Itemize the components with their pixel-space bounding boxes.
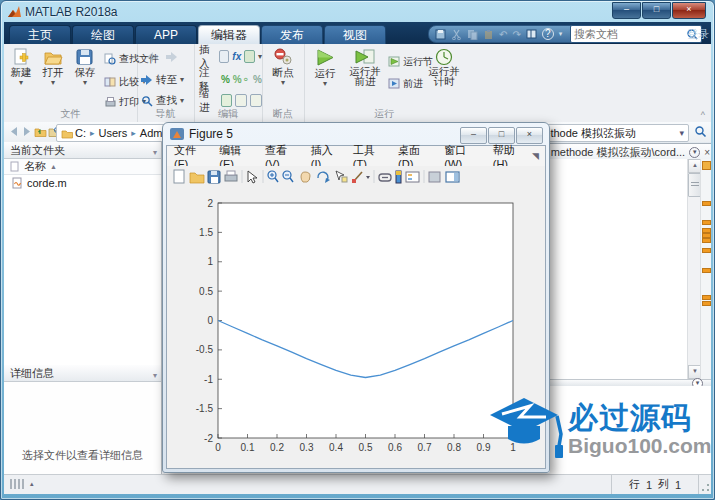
- hide-plottools-icon[interactable]: [429, 172, 440, 182]
- back-icon[interactable]: [147, 52, 159, 62]
- ribbon-tab-视图[interactable]: 视图: [324, 25, 386, 45]
- ribbon-tab-发布[interactable]: 发布: [261, 25, 323, 45]
- figure-dock-icon[interactable]: ◥: [532, 151, 545, 161]
- analyzer-warning-mark[interactable]: [702, 301, 711, 306]
- run-button[interactable]: 运行▾: [308, 48, 342, 87]
- brush-icon[interactable]: [352, 172, 362, 183]
- save-button[interactable]: 保存▾: [70, 48, 100, 86]
- help-icon[interactable]: ?: [542, 28, 554, 40]
- open-button[interactable]: 打开▾: [38, 48, 68, 86]
- signin-link[interactable]: 登录: [687, 27, 709, 42]
- analyzer-warning-mark[interactable]: [702, 201, 711, 206]
- paste-icon[interactable]: [483, 29, 494, 40]
- figure-toolbar: [167, 166, 545, 188]
- tab-close-icon[interactable]: ×: [704, 147, 710, 158]
- run-time-label-2: 计时: [434, 75, 455, 87]
- sort-asc-icon: ▲: [50, 163, 57, 170]
- colorbar-icon[interactable]: [396, 171, 401, 183]
- details-header[interactable]: 详细信息▾: [4, 365, 161, 382]
- search-input[interactable]: [571, 28, 686, 40]
- analyzer-warning-mark[interactable]: [702, 248, 711, 253]
- run-advance-label-2: 前进: [355, 75, 376, 87]
- maximize-button[interactable]: □: [642, 2, 671, 19]
- save-icon[interactable]: [435, 29, 446, 40]
- data-cursor-icon[interactable]: [336, 171, 347, 182]
- new-script-button[interactable]: 新建▾: [6, 48, 36, 86]
- pan-hand-icon[interactable]: [301, 172, 310, 182]
- y-tick-label: 2: [207, 198, 213, 209]
- code-analyzer-bar[interactable]: [700, 159, 711, 379]
- minimize-button[interactable]: –: [612, 2, 641, 19]
- figure-close-button[interactable]: ×: [516, 127, 543, 144]
- ribbon-tab-绘图[interactable]: 绘图: [72, 25, 134, 45]
- analyzer-warning-mark[interactable]: [702, 238, 711, 243]
- figure-minimize-button[interactable]: –: [460, 127, 487, 144]
- fig-save-icon[interactable]: [208, 171, 220, 183]
- fig-open-icon[interactable]: [190, 173, 204, 183]
- ribbon-tab-APP[interactable]: APP: [135, 25, 197, 45]
- breadcrumb-dropdown-icon[interactable]: ▾: [675, 128, 688, 138]
- goto-button[interactable]: 转至▾: [141, 72, 184, 87]
- analyzer-warning-mark[interactable]: [702, 295, 711, 300]
- quickbar-caret-icon[interactable]: ▾: [559, 30, 563, 38]
- zoom-in-icon[interactable]: [268, 171, 278, 182]
- run-icon: [314, 48, 336, 67]
- statusbar-grip[interactable]: [10, 479, 26, 489]
- analyzer-warning-mark[interactable]: [702, 220, 711, 225]
- zoom-out-icon[interactable]: [283, 171, 293, 182]
- breadcrumb-item[interactable]: C:: [73, 127, 88, 139]
- name-column-header[interactable]: 名称 ▲: [4, 159, 161, 175]
- brush-caret-icon[interactable]: [366, 176, 370, 179]
- smart-indent-icon[interactable]: [221, 94, 233, 107]
- forward-icon[interactable]: [165, 52, 177, 62]
- copy-icon[interactable]: [467, 29, 478, 40]
- close-button[interactable]: ×: [672, 2, 706, 19]
- figure-maximize-button[interactable]: □: [488, 127, 515, 144]
- x-tick-label: 0.4: [329, 442, 343, 453]
- editor-scrollbar[interactable]: ▲ ▼: [687, 159, 701, 379]
- run-time-button[interactable]: 运行并计时: [426, 48, 462, 86]
- tab-actions-icon[interactable]: ▾: [689, 147, 700, 158]
- cut-icon[interactable]: [451, 29, 462, 40]
- advance-button[interactable]: 前进: [388, 76, 423, 91]
- nav-back-icon[interactable]: [9, 126, 20, 137]
- fig-edit-arrow-icon[interactable]: [248, 171, 257, 183]
- current-folder-header[interactable]: 当前文件夹▾: [4, 142, 161, 159]
- layout-icon[interactable]: [526, 29, 537, 40]
- comment-icon[interactable]: %: [221, 74, 230, 85]
- file-row-corde[interactable]: corde.m: [4, 175, 161, 190]
- compare-icon: [104, 76, 116, 88]
- resize-grip[interactable]: [700, 483, 710, 493]
- run-advance-button[interactable]: 运行并前进: [346, 48, 384, 86]
- statusbar-grip-caret[interactable]: ▴: [30, 480, 34, 488]
- nav-forward-icon[interactable]: [21, 126, 32, 137]
- insert-chart-icon[interactable]: [244, 50, 255, 63]
- up-folder-icon[interactable]: [34, 125, 47, 138]
- ribbon-tab-主页[interactable]: 主页: [9, 25, 71, 45]
- name-column-label: 名称: [24, 159, 46, 174]
- panel-menu-icon[interactable]: ▾: [153, 145, 157, 161]
- address-search-icon[interactable]: [694, 125, 707, 138]
- x-tick-label: 0.6: [388, 442, 402, 453]
- link-plot-icon[interactable]: [379, 174, 391, 181]
- indent-left-icon[interactable]: [250, 94, 262, 107]
- uncomment-icon[interactable]: %: [253, 74, 262, 85]
- rotate3d-icon[interactable]: [318, 172, 330, 183]
- redo-icon[interactable]: ↷: [512, 29, 520, 40]
- fig-print-icon[interactable]: [225, 171, 237, 181]
- analyzer-warning-mark[interactable]: [702, 268, 711, 273]
- ribbon-collapse-icon[interactable]: ^: [701, 110, 705, 120]
- breakpoints-button[interactable]: 断点▾: [268, 48, 298, 86]
- analyzer-indicator[interactable]: [702, 161, 711, 170]
- insert-fx-icon[interactable]: fx: [232, 51, 241, 62]
- fig-new-icon[interactable]: [174, 170, 184, 183]
- legend-icon[interactable]: [406, 172, 419, 182]
- comment-wrap-icon[interactable]: %⚬: [233, 74, 250, 85]
- find-button[interactable]: 查找▾: [141, 93, 184, 108]
- show-plottools-icon[interactable]: [446, 172, 459, 182]
- indent-right-icon[interactable]: [235, 94, 247, 107]
- insert-section-icon[interactable]: [219, 50, 230, 63]
- undo-icon[interactable]: ↶: [499, 29, 507, 40]
- breakpoints-icon: [273, 48, 293, 66]
- breadcrumb-item[interactable]: Users: [97, 127, 130, 139]
